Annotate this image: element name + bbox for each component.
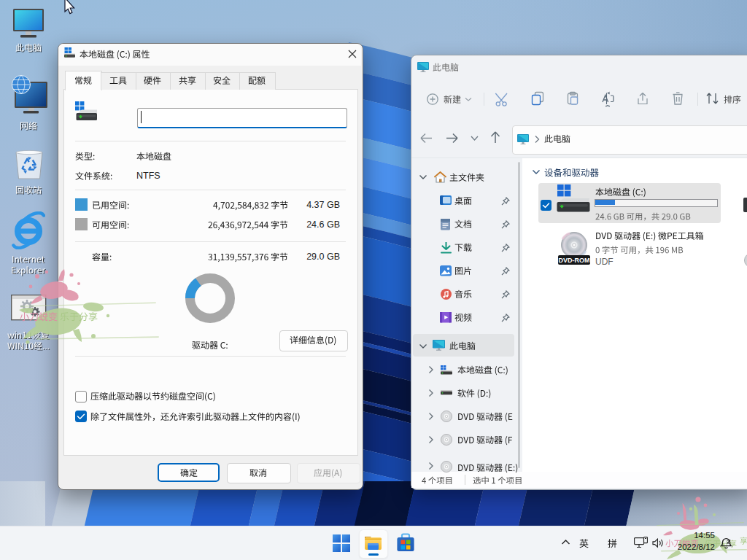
svg-text:DVD-ROM: DVD-ROM (559, 257, 590, 264)
